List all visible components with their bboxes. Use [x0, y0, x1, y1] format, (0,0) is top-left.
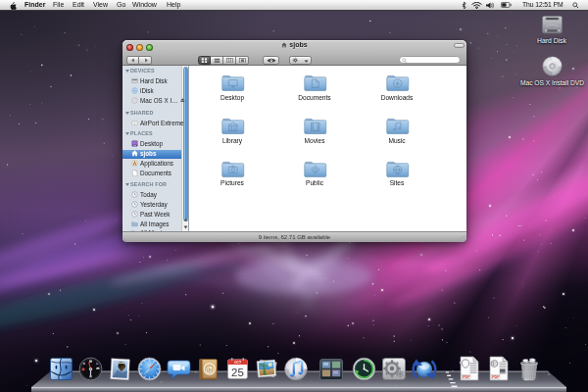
svg-text:PDF: PDF: [492, 383, 500, 387]
svg-text:OCT: OCT: [234, 361, 242, 365]
svg-text:PDF: PDF: [463, 383, 470, 387]
svg-text:PDF: PDF: [463, 375, 470, 379]
svg-text:25: 25: [231, 384, 244, 392]
svg-text:@: @: [205, 365, 214, 374]
svg-text:25: 25: [231, 367, 244, 378]
svg-text:PDF: PDF: [492, 375, 500, 379]
svg-text:@: @: [205, 388, 214, 392]
